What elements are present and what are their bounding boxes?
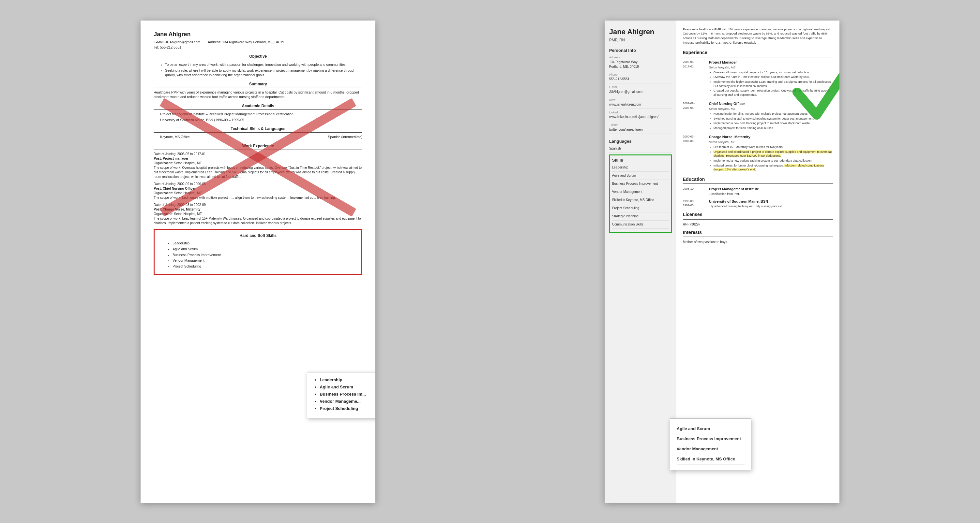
www-item: www www.janeahlgren.com <box>609 98 672 109</box>
popup-skills-list: Leadership Agile and Scrum Business Proc… <box>320 377 372 412</box>
twitter-value: twitter.com/janeahlgren <box>609 127 672 132</box>
exp-bullet-2-3: Implemented a new cost tracking project … <box>714 121 833 125</box>
keynote-skill: Keynote, MS Office <box>160 135 189 139</box>
academic-item-1: Project Management Institute – Received … <box>160 112 362 117</box>
edu-content-2: University of Southern Maine, BSN ...ly … <box>709 199 833 208</box>
skill-2: Agile and Scrum <box>172 247 355 252</box>
exp-title-2: Chief Nursing Officer <box>709 101 833 106</box>
exp-org-2: Seton Hospital, ME <box>709 106 833 111</box>
work-entry-3: Date of Joining: 2000-03 to 2002-09 Post… <box>154 203 362 225</box>
popup-right-2: Business Process Improvement <box>677 434 745 444</box>
linkedin-item: LinkedIn www.linkedin.com/in/jane-ahlgre… <box>609 111 672 122</box>
left-resume-content: Jane Ahlgren E-Mail: JUAhlgren@gmail.com… <box>140 21 375 285</box>
email-label: E-mail <box>609 85 672 89</box>
popup-skill-2: Agile and Scrum <box>320 384 372 390</box>
sb-skill-5: Skilled in Keynote, MS Office <box>612 198 669 204</box>
skills-section-wrapper: Skills Leadership Agile and Scrum Busine… <box>609 154 672 233</box>
exp-bullets-2: Nursing leader for all 87 nurses with mu… <box>714 112 833 130</box>
edu-detail-2: ...ly advanced nursing techniques. ...kl… <box>709 204 833 209</box>
exp-entry-3: 2000-03 -2002-09 Charge Nurse, Maternity… <box>683 135 833 172</box>
twitter-item: Twitter twitter.com/janeahlgren <box>609 123 672 134</box>
exp-bullet-1-4: Created our popular supply room relocati… <box>714 89 833 97</box>
exp-bullets-3: Led team of 15+ Maternity Ward nurses fo… <box>714 145 833 172</box>
linkedin-value: www.linkedin.com/in/jane-ahlgren/ <box>609 115 672 119</box>
skills-list: Leadership Agile and Scrum Business Proc… <box>172 241 355 268</box>
phone-value: 555-212-5551 <box>609 77 672 81</box>
edu-content-1: Project Management Institute ...certific… <box>709 187 833 196</box>
skills-title: Skills <box>612 157 669 163</box>
work-entry-1: Date of Joining: 2006-05 to 2017-01 Post… <box>154 152 362 179</box>
sb-skill-1: Leadership <box>612 165 669 172</box>
hard-soft-skills-box: Hard and Soft Skills Leadership Agile an… <box>154 229 362 275</box>
sb-skill-6: Project Scheduling <box>612 206 669 212</box>
www-label: www <box>609 98 672 102</box>
skills-green-box: Skills Leadership Agile and Scrum Busine… <box>609 154 672 233</box>
exp-date-3: 2000-03 -2002-09 <box>683 135 709 172</box>
popup-skill-5: Project Scheduling <box>320 406 372 412</box>
exp-content-1: Project Manager Seton Hospital, ME Overs… <box>709 60 833 97</box>
objective-item-2: Seeking a role, where I will be able to … <box>165 68 362 78</box>
left-email: E-Mail: JUAhlgren@gmail.com Address: 134… <box>154 40 362 44</box>
work-entry-2: Date of Joining: 2002-09 to 2006-05 Post… <box>154 182 362 200</box>
edu-school-1: Project Management Institute <box>709 187 833 192</box>
languages-title: Languages <box>609 138 672 144</box>
skill-1: Leadership <box>172 241 355 246</box>
popup-skill-4: Vendor Manageme... <box>320 399 372 404</box>
exp-bullet-1-1: Oversaw all major hospital projects for … <box>714 70 833 74</box>
edu-date-2: 1996-09 -1999-05 <box>683 199 709 208</box>
right-name: Jane Ahlgren <box>609 27 672 37</box>
left-resume: Jane Ahlgren E-Mail: JUAhlgren@gmail.com… <box>140 21 375 503</box>
sb-skill-8: Communication Skills <box>612 222 669 229</box>
edu-date-1: 2008-10 - <box>683 187 709 196</box>
email-value: JUAhlgren@gmail.com <box>609 90 672 94</box>
popup-right-4: Skilled in Keynote, MS Office <box>677 454 745 464</box>
academic-title: Academic Details <box>154 103 362 110</box>
personal-info-title: Personal Info <box>609 48 672 54</box>
exp-bullet-2-4: Managed project for lean training of all… <box>714 126 833 130</box>
right-resume: Jane Ahlgren PMP, RN Personal Info Addre… <box>605 21 840 503</box>
exp-org-1: Seton Hospital, ME <box>709 65 833 70</box>
skills-popup-left: Leadership Agile and Scrum Business Proc… <box>307 372 375 418</box>
email-item: E-mail JUAhlgren@gmail.com <box>609 85 672 96</box>
address-value: 134 Rightward WayPortland, ME, 04019 <box>609 60 672 69</box>
edu-entry-1: 2008-10 - Project Management Institute .… <box>683 187 833 196</box>
www-value: www.janeahlgren.com <box>609 102 672 107</box>
exp-entry-1: 2006-05 -2017-01 Project Manager Seton H… <box>683 60 833 97</box>
sb-skill-2: Agile and Scrum <box>612 173 669 180</box>
address-label: Address <box>609 55 672 60</box>
skill-4: Vendor Management <box>172 258 355 263</box>
edu-entry-2: 1996-09 -1999-05 University of Southern … <box>683 199 833 208</box>
exp-bullet-1-3: Implemented the highly successful Lean T… <box>714 80 833 88</box>
objective-item-1: To be an expert in my area of work, with… <box>165 62 362 67</box>
exp-bullet-1-2: Oversaw the "Just in Time Restock" proje… <box>714 75 833 79</box>
page-container: Jane Ahlgren E-Mail: JUAhlgren@gmail.com… <box>0 0 980 523</box>
exp-bullet-3-3: Implemented a new patient tracking syste… <box>714 159 833 163</box>
interests-title: Interests <box>683 230 833 238</box>
right-sidebar: Jane Ahlgren PMP, RN Personal Info Addre… <box>605 21 676 503</box>
popup-right-3: Vendor Management <box>677 444 745 454</box>
hard-soft-title: Hard and Soft Skills <box>161 233 355 239</box>
licenses-title: Licenses <box>683 211 833 220</box>
linkedin-label: LinkedIn <box>609 111 672 115</box>
spanish-skill: Spanish (intermediate) <box>328 135 363 139</box>
exp-entry-2: 2002-09 -2006-05 Chief Nursing Officer S… <box>683 101 833 131</box>
popup-skill-3: Business Process Im... <box>320 391 372 397</box>
exp-bullets-1: Oversaw all major hospital projects for … <box>714 70 833 97</box>
exp-date-2: 2002-09 -2006-05 <box>683 101 709 131</box>
right-title: PMP, RN <box>609 38 672 43</box>
phone-item: Phone 555-212-5551 <box>609 73 672 84</box>
edu-school-2: University of Southern Maine, BSN <box>709 199 833 204</box>
phone-label: Phone <box>609 73 672 77</box>
language-spanish: Spanish <box>609 146 672 153</box>
highlighted-text: Organized and coordinated a project to d… <box>714 150 832 158</box>
sb-skill-3: Business Process Improvement <box>612 182 669 188</box>
education-title: Education <box>683 176 833 184</box>
twitter-label: Twitter <box>609 123 672 127</box>
exp-content-3: Charge Nurse, Maternity Seton Hospital, … <box>709 135 833 172</box>
popup-right-1: Agile and Scrum <box>677 424 745 434</box>
academic-item-2: University of Southern Maine, BSN (1996-… <box>160 117 362 122</box>
skills-popup-right: Agile and Scrum Business Process Improve… <box>670 418 751 470</box>
technical-title: Technical Skills & Languages <box>154 126 362 133</box>
sb-skill-4: Vendor Management <box>612 190 669 196</box>
exp-title-3: Charge Nurse, Maternity <box>709 135 833 139</box>
